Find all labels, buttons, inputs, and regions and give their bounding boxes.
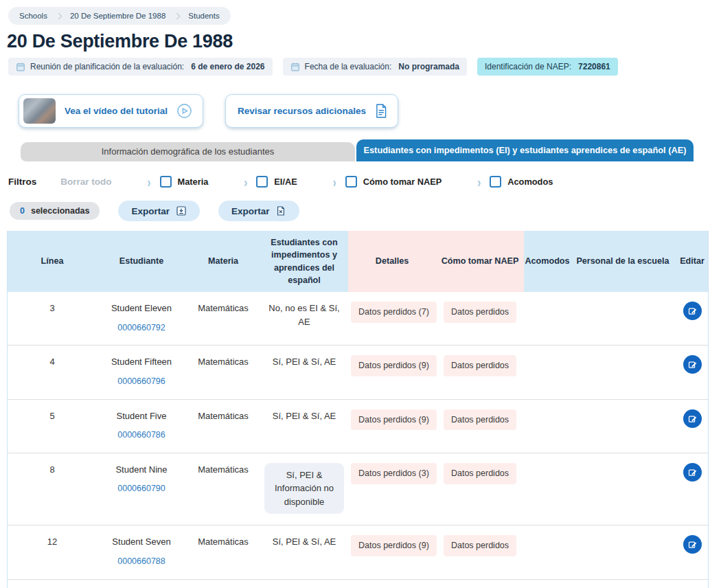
- calendar-icon: [290, 62, 300, 71]
- col-header-estudiante: Estudiante: [97, 231, 186, 292]
- tab-demographic-info[interactable]: Información demográfica de los estudiant…: [21, 142, 355, 161]
- cell-detalles: Datos perdidos (3): [348, 462, 436, 486]
- cell-estudiante: Student Eleven 0000660792: [97, 300, 186, 335]
- tutorial-video-button[interactable]: Vea el vídeo del tutorial: [19, 94, 203, 128]
- cell-acomodos: [524, 408, 571, 411]
- como-tomar-status-badge: Datos perdidos: [444, 463, 516, 484]
- breadcrumb: Schools 20 De Septiembre De 1988 Student…: [8, 7, 231, 25]
- cell-acomodos: [524, 462, 571, 464]
- calendar-icon: [16, 62, 25, 71]
- filter-acomodos[interactable]: Acomodos: [490, 176, 553, 188]
- selected-count-label: seleccionadas: [31, 206, 89, 216]
- breadcrumb-item-students[interactable]: Students: [188, 12, 219, 20]
- info-badge-row: Reunión de planificación de la evaluació…: [8, 58, 710, 76]
- col-header-editar: Editar: [675, 231, 709, 292]
- edit-button[interactable]: [683, 535, 702, 554]
- badge-value: No programada: [398, 62, 459, 71]
- table-row: 8 Student Nine 0000660790 Matemáticas Sí…: [8, 453, 708, 526]
- cell-detalles: Datos perdidos (9): [348, 534, 436, 558]
- col-header-linea: Línea: [8, 231, 97, 292]
- chevron-right-icon: ›: [333, 174, 336, 190]
- edit-icon: [687, 359, 698, 370]
- cell-como-tomar-naep: Datos perdidos: [436, 354, 524, 378]
- student-id-link[interactable]: 0000660786: [100, 429, 183, 442]
- col-header-personal: Personal de la escuela: [571, 231, 675, 292]
- edit-button[interactable]: [683, 355, 702, 374]
- page-title: 20 De Septiembre De 1988: [7, 31, 710, 52]
- cell-materia: Matemáticas: [186, 462, 260, 478]
- filter-materia-checkbox[interactable]: [160, 176, 172, 188]
- filter-acomodos-checkbox[interactable]: [490, 176, 501, 188]
- document-icon: [375, 104, 387, 118]
- edit-button[interactable]: [683, 409, 702, 428]
- export-pdf-button[interactable]: Exportar: [118, 201, 200, 221]
- cell-como-tomar-naep: Datos perdidos: [436, 300, 524, 324]
- tab-bar: Información demográfica de los estudiant…: [21, 139, 694, 161]
- col-header-materia: Materia: [186, 231, 260, 292]
- cell-ei-ae: No, no es EI & Sí, AE: [260, 300, 348, 330]
- detalles-status-badge: Datos perdidos (9): [351, 535, 437, 556]
- edit-icon: [687, 539, 698, 550]
- table-body: 3 Student Eleven 0000660792 Matemáticas …: [8, 292, 708, 588]
- filter-materia[interactable]: Materia: [160, 176, 209, 188]
- export-excel-icon: [275, 205, 286, 216]
- cell-editar: [675, 534, 709, 555]
- assessment-date-badge: Fecha de la evaluación:No programada: [283, 58, 467, 76]
- chevron-right-icon: ›: [244, 174, 247, 190]
- export-excel-button[interactable]: Exportar: [218, 201, 300, 221]
- student-name: Student Five: [100, 409, 183, 423]
- cell-materia: Matemáticas: [186, 354, 260, 370]
- cell-acomodos: [524, 300, 571, 303]
- student-id-link[interactable]: 0000660792: [100, 321, 183, 335]
- table-row: 12 Student Seven 0000660788 Matemáticas …: [8, 525, 708, 579]
- filters-title: Filtros: [8, 177, 36, 187]
- cell-editar: [675, 462, 709, 483]
- filter-label: EI/AE: [274, 177, 297, 187]
- cell-como-tomar-naep: Datos perdidos: [436, 462, 524, 486]
- breadcrumb-chevron-icon: [174, 12, 181, 19]
- cell-ei-ae: Sí, PEI & Información no disponible: [260, 462, 348, 516]
- page: Schools 20 De Septiembre De 1988 Student…: [0, 0, 710, 588]
- cell-ei-ae: Sí, PEI & Sí, AE: [260, 354, 348, 370]
- cell-materia: Matemáticas: [186, 408, 260, 425]
- clear-all-filters-button[interactable]: Borrar todo: [60, 177, 111, 187]
- edit-icon: [687, 414, 698, 424]
- edit-button[interactable]: [683, 302, 702, 320]
- filter-ei-ae-checkbox[interactable]: [256, 176, 268, 188]
- filter-como-tomar-naep[interactable]: Cómo tomar NAEP: [345, 176, 442, 188]
- students-table: Línea Estudiante Materia Estudiantes con…: [7, 231, 709, 588]
- student-id-link[interactable]: 0000660788: [100, 555, 183, 568]
- cell-como-tomar-naep: Datos perdidos: [436, 534, 524, 558]
- tab-ei-ae-students[interactable]: Estudiantes con impedimentos (EI) y estu…: [356, 139, 694, 161]
- cell-materia: Matemáticas: [186, 300, 260, 317]
- play-icon: [176, 103, 192, 119]
- table-header-row: Línea Estudiante Materia Estudiantes con…: [8, 231, 708, 292]
- cell-ei-ae: Sí, PEI & Sí, AE: [260, 408, 348, 425]
- cell-linea: 4: [8, 354, 97, 370]
- table-row: 3 Student Eleven 0000660792 Matemáticas …: [8, 292, 708, 346]
- edit-button[interactable]: [683, 463, 702, 482]
- student-id-link[interactable]: 0000660796: [100, 375, 183, 388]
- student-name: Student Seven: [100, 535, 183, 549]
- export-pdf-label: Exportar: [131, 206, 170, 216]
- action-button-row: Vea el vídeo del tutorial Revisar recurs…: [19, 94, 710, 128]
- table-row: 4 Student Fifteen 0000660796 Matemáticas…: [8, 346, 708, 399]
- filter-label: Cómo tomar NAEP: [363, 177, 442, 187]
- breadcrumb-item-school-name[interactable]: 20 De Septiembre De 1988: [70, 12, 165, 20]
- tutorial-video-label: Vea el vídeo del tutorial: [65, 106, 168, 116]
- additional-resources-button[interactable]: Revisar recursos adicionales: [225, 94, 398, 128]
- cell-personal: [571, 462, 675, 464]
- cell-linea: 5: [8, 408, 97, 425]
- cell-estudiante: Student Five 0000660786: [97, 408, 186, 443]
- breadcrumb-item-schools[interactable]: Schools: [19, 12, 47, 20]
- cell-personal: [571, 408, 675, 411]
- student-id-link[interactable]: 0000660790: [100, 482, 183, 495]
- additional-resources-label: Revisar recursos adicionales: [238, 106, 366, 116]
- como-tomar-status-badge: Datos perdidos: [444, 409, 516, 431]
- filter-label: Acomodos: [507, 177, 553, 187]
- filter-row: Filtros Borrar todo › Materia › EI/AE › …: [8, 176, 710, 188]
- como-tomar-status-badge: Datos perdidos: [444, 302, 516, 323]
- filter-ei-ae[interactable]: EI/AE: [256, 176, 297, 188]
- filter-como-tomar-naep-checkbox[interactable]: [345, 176, 357, 188]
- naep-id-badge: Identificación de NAEP:7220861: [477, 58, 618, 76]
